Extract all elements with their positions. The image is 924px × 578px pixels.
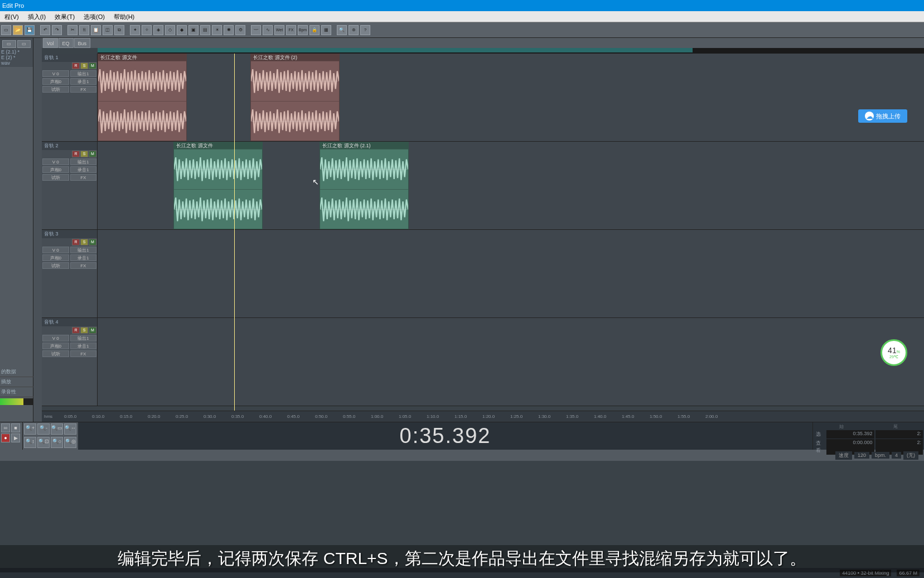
undo-icon[interactable]: ↶ bbox=[40, 25, 50, 35]
track-preview[interactable]: 试听 bbox=[42, 174, 69, 181]
tool10-icon[interactable]: ⚙ bbox=[235, 25, 245, 35]
track-head-1[interactable]: 音轨 1 R S M V 0输出1 声相0录音1 试听FX bbox=[42, 54, 98, 141]
track-fx[interactable]: FX bbox=[70, 350, 97, 357]
stop-icon[interactable]: ■ bbox=[11, 423, 20, 432]
track-out[interactable]: 输出1 bbox=[70, 158, 97, 165]
tool8-icon[interactable]: ☀ bbox=[212, 25, 222, 35]
tempo-value[interactable]: 120 bbox=[854, 452, 869, 459]
tab-bus[interactable]: Bus bbox=[74, 38, 91, 48]
sel-start[interactable]: 0:35.392 bbox=[826, 430, 874, 439]
menu-effects[interactable]: 效果(T) bbox=[50, 11, 79, 22]
zoom-v-out-icon[interactable]: 🔍⊡ bbox=[37, 437, 50, 448]
track-mute-btn[interactable]: M bbox=[89, 239, 96, 245]
tool3-icon[interactable]: ◈ bbox=[153, 25, 163, 35]
fx-icon[interactable]: FX bbox=[286, 25, 296, 35]
track-vol[interactable]: V 0 bbox=[42, 247, 69, 253]
zoom-out-icon[interactable]: 🔍- bbox=[37, 423, 50, 435]
track-body-4[interactable] bbox=[98, 318, 924, 406]
file-item[interactable]: E (2) * bbox=[1, 55, 32, 60]
tab-vol[interactable]: Vol bbox=[43, 38, 58, 48]
tool5-icon[interactable]: ◆ bbox=[177, 25, 187, 35]
new-file-icon[interactable]: ▭ bbox=[1, 25, 11, 35]
trim-icon[interactable]: ⧉ bbox=[114, 25, 124, 35]
track-head-3[interactable]: 音轨 3 R S M V 0输出1 声相0录音1 试听FX bbox=[42, 230, 98, 317]
track-fx[interactable]: FX bbox=[70, 174, 97, 181]
menu-insert[interactable]: 插入(I) bbox=[23, 11, 50, 22]
track-pan[interactable]: 声相0 bbox=[42, 166, 69, 173]
track-out[interactable]: 输出1 bbox=[70, 70, 97, 77]
track-fx[interactable]: FX bbox=[70, 262, 97, 269]
menu-options[interactable]: 选项(O) bbox=[79, 11, 109, 22]
timeline-ruler[interactable]: hms 0:05.0 0:10.0 0:15.0 0:20.0 0:25.0 0… bbox=[42, 411, 924, 422]
zoom-all-icon[interactable]: 🔍◎ bbox=[64, 437, 76, 448]
track-body-2[interactable]: 长江之歌 源文件 长江之歌 源文件 (2.1) bbox=[98, 142, 924, 229]
beats-value[interactable]: 4 bbox=[892, 452, 901, 459]
zoom-sel-icon[interactable]: 🔍▭ bbox=[51, 423, 63, 435]
redo-icon[interactable]: ↷ bbox=[52, 25, 62, 35]
upload-button[interactable]: 拖拽上传 bbox=[858, 109, 907, 123]
track-solo-btn[interactable]: S bbox=[80, 239, 88, 245]
btn-data[interactable]: 的数据 bbox=[0, 367, 33, 377]
track-preview[interactable]: 试听 bbox=[42, 350, 69, 357]
track-rec-btn[interactable]: R bbox=[72, 62, 80, 69]
audio-clip[interactable]: 长江之歌 源文件 (2) bbox=[250, 54, 340, 141]
tab-eq[interactable]: EQ bbox=[59, 38, 74, 48]
tool9-icon[interactable]: ✺ bbox=[224, 25, 234, 35]
tool4-icon[interactable]: ◇ bbox=[165, 25, 175, 35]
file-item[interactable]: wav bbox=[1, 60, 32, 66]
help-icon[interactable]: ? bbox=[360, 25, 370, 35]
menu-help[interactable]: 帮助(H) bbox=[109, 11, 139, 22]
track-rec-src[interactable]: 录音1 bbox=[70, 343, 97, 349]
track-rec-btn[interactable]: R bbox=[72, 239, 80, 245]
wet-icon[interactable]: Wet bbox=[274, 25, 284, 35]
env-pan-icon[interactable]: ∿ bbox=[263, 25, 273, 35]
audio-clip[interactable]: 长江之歌 源文件 bbox=[98, 54, 187, 141]
zoom-full-icon[interactable]: 🔍↔ bbox=[64, 423, 76, 435]
audio-clip[interactable]: 长江之歌 源文件 bbox=[173, 142, 263, 229]
play-icon[interactable]: ▶ bbox=[11, 434, 20, 442]
paste-icon[interactable]: 📋 bbox=[91, 25, 101, 35]
sel-end[interactable]: 2: bbox=[875, 430, 923, 439]
key-value[interactable]: (无) bbox=[903, 451, 918, 460]
track-vol[interactable]: V 0 bbox=[42, 335, 69, 341]
track-pan[interactable]: 声相0 bbox=[42, 78, 69, 85]
track-mute-btn[interactable]: M bbox=[89, 327, 96, 334]
lock-icon[interactable]: 🔒 bbox=[309, 25, 320, 35]
track-fx[interactable]: FX bbox=[70, 86, 97, 93]
track-preview[interactable]: 试听 bbox=[42, 262, 69, 269]
tool-icon[interactable]: ✦ bbox=[130, 25, 140, 35]
save-icon[interactable]: 💾 bbox=[25, 25, 35, 35]
btn-rec[interactable]: 录音性 bbox=[0, 387, 33, 397]
playhead[interactable] bbox=[234, 54, 235, 411]
track-vol[interactable]: V 0 bbox=[42, 158, 69, 165]
menu-view[interactable]: 程(V) bbox=[0, 11, 23, 22]
track-solo-btn[interactable]: S bbox=[80, 62, 88, 69]
track-rec-src[interactable]: 录音1 bbox=[70, 166, 97, 173]
overview-ruler[interactable] bbox=[98, 48, 924, 54]
zoom-reset-icon[interactable]: 🔍○ bbox=[51, 437, 63, 448]
track-solo-btn[interactable]: S bbox=[80, 327, 88, 334]
track-out[interactable]: 输出1 bbox=[70, 247, 97, 253]
bpm-icon[interactable]: Bpm bbox=[298, 25, 308, 35]
track-pan[interactable]: 声相0 bbox=[42, 343, 69, 349]
track-rec-src[interactable]: 录音1 bbox=[70, 254, 97, 261]
track-rec-btn[interactable]: R bbox=[72, 151, 80, 157]
track-vol[interactable]: V 0 bbox=[42, 70, 69, 77]
track-head-2[interactable]: 音轨 2 R S M V 0输出1 声相0录音1 试听FX bbox=[42, 142, 98, 229]
tool2-icon[interactable]: ✧ bbox=[142, 25, 152, 35]
audio-clip[interactable]: 长江之歌 源文件 (2.1) bbox=[320, 142, 409, 229]
track-body-1[interactable]: 长江之歌 源文件 长江之歌 源文件 (2) bbox=[98, 54, 924, 141]
loop-icon[interactable]: ∞ bbox=[1, 423, 10, 432]
cut-icon[interactable]: ✂ bbox=[67, 25, 78, 35]
lp-tab2[interactable]: ▭ bbox=[17, 40, 31, 48]
track-body-3[interactable] bbox=[98, 230, 924, 317]
mix-paste-icon[interactable]: ◫ bbox=[103, 25, 113, 35]
btn-play[interactable]: 插放 bbox=[0, 377, 33, 387]
record-icon[interactable]: ● bbox=[1, 434, 10, 442]
zoom-all-icon[interactable]: ⊕ bbox=[349, 25, 359, 35]
zoom-sel-icon[interactable]: 🔍 bbox=[337, 25, 347, 35]
tool6-icon[interactable]: ▣ bbox=[188, 25, 199, 35]
file-item[interactable]: E (2.1) * bbox=[1, 49, 32, 55]
track-rec-src[interactable]: 录音1 bbox=[70, 78, 97, 85]
track-pan[interactable]: 声相0 bbox=[42, 254, 69, 261]
